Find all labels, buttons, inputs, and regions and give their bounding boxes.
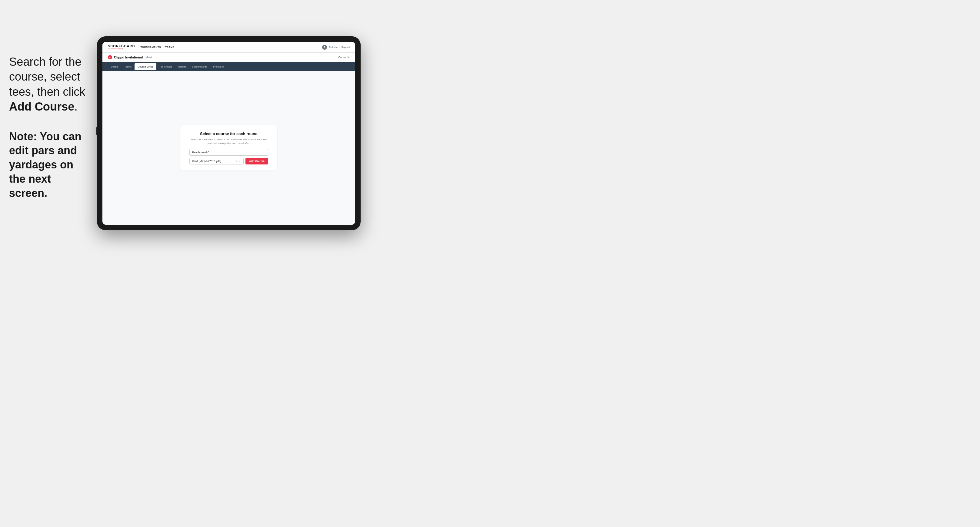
card-title: Select a course for each round	[189, 132, 268, 136]
tee-select[interactable]: Gold (M) (M) (7010 yds) ✕ ⌄	[189, 158, 243, 165]
tab-tee-groups[interactable]: Tee Groups	[156, 63, 175, 70]
nav-right: T Test User | Sign out	[322, 45, 350, 50]
tab-bar: Details Teams Course Setup Tee Groups Re…	[102, 62, 355, 71]
cancel-icon: ✕	[347, 56, 350, 59]
logo-text: SCOREBOARD	[108, 44, 135, 48]
logo-area: SCOREBOARD Powered by clippd	[108, 44, 135, 50]
tournament-icon: C	[108, 55, 112, 59]
logo-sub: Powered by clippd	[108, 48, 135, 50]
tab-details[interactable]: Details	[108, 63, 121, 70]
tee-select-row: Gold (M) (M) (7010 yds) ✕ ⌄ Add Course	[189, 158, 268, 165]
main-content: Select a course for each round Search fo…	[102, 71, 355, 225]
tablet-device: SCOREBOARD Powered by clippd TOURNAMENTS…	[97, 37, 361, 230]
tab-teams[interactable]: Teams	[121, 63, 135, 70]
tournament-header: C Clippd Invitational (Men) Cancel ✕	[102, 53, 355, 62]
tee-dropdown-icon[interactable]: ⌄	[239, 160, 241, 163]
nav-link-teams[interactable]: TEAMS	[165, 46, 175, 48]
tab-leaderboards[interactable]: Leaderboards	[189, 63, 210, 70]
nav-left: SCOREBOARD Powered by clippd TOURNAMENTS…	[108, 44, 175, 50]
annotation-main-text: Search for the course, select tees, then…	[9, 54, 88, 114]
tournament-subtitle: (Men)	[145, 56, 152, 59]
add-course-button[interactable]: Add Course	[245, 158, 268, 165]
annotation-note-text: Note: You can edit pars and yardages on …	[9, 130, 88, 200]
tab-course-setup[interactable]: Course Setup	[135, 63, 156, 70]
tee-clear-icon[interactable]: ✕	[235, 160, 238, 163]
tab-results[interactable]: Results	[175, 63, 189, 70]
nav-links: TOURNAMENTS TEAMS	[140, 46, 174, 48]
tee-controls: ✕ ⌄	[235, 160, 241, 163]
tee-select-value: Gold (M) (M) (7010 yds)	[192, 160, 221, 163]
tab-printables[interactable]: Printables	[210, 63, 227, 70]
tablet-screen: SCOREBOARD Powered by clippd TOURNAMENTS…	[102, 42, 355, 225]
cancel-button[interactable]: Cancel ✕	[339, 56, 350, 59]
top-nav: SCOREBOARD Powered by clippd TOURNAMENTS…	[102, 42, 355, 53]
card-description: Search for a course and select a tee. Yo…	[189, 138, 268, 144]
tournament-title: Clippd Invitational	[114, 56, 143, 59]
course-search-input[interactable]	[189, 149, 268, 156]
annotation-area: Search for the course, select tees, then…	[9, 54, 88, 200]
user-label: Test User |	[329, 46, 340, 48]
course-card: Select a course for each round Search fo…	[180, 125, 277, 170]
tournament-title-area: C Clippd Invitational (Men)	[108, 55, 152, 59]
nav-link-tournaments[interactable]: TOURNAMENTS	[140, 46, 161, 48]
user-avatar: T	[322, 45, 327, 50]
sign-out-link[interactable]: Sign out	[341, 46, 350, 48]
